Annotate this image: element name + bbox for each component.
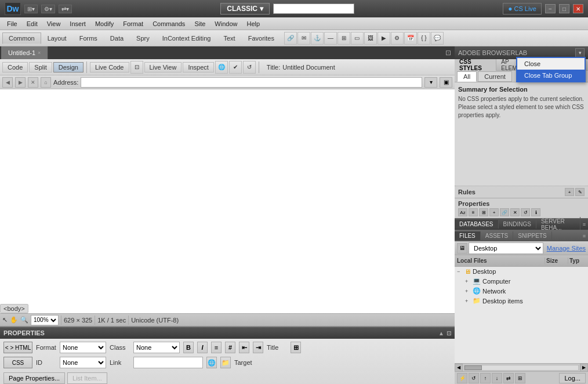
files-panel-options-btn[interactable]: ≡	[580, 232, 588, 240]
sync-icon[interactable]: ⇄	[503, 373, 514, 383]
extend-btn[interactable]: ⇄▾	[59, 5, 72, 13]
code-view-btn[interactable]: Code	[2, 62, 28, 73]
expand-desktop-btn[interactable]: −	[457, 269, 463, 274]
outdent-btn[interactable]: ⇥	[253, 342, 263, 353]
link-input[interactable]	[133, 357, 203, 368]
indent-btn[interactable]: ⇤	[239, 342, 249, 353]
minimize-btn[interactable]: −	[545, 4, 556, 13]
menu-insert[interactable]: Insert	[65, 19, 90, 28]
databases-tab[interactable]: DATABASES	[455, 220, 499, 229]
html-btn[interactable]: < > HTML	[3, 342, 32, 353]
table-icon[interactable]: ⊞	[337, 32, 350, 45]
tab-layout[interactable]: Layout	[41, 32, 73, 44]
tab-spry[interactable]: Spry	[130, 32, 156, 44]
menu-site[interactable]: Site	[190, 19, 210, 28]
unordered-list-btn[interactable]: ≡	[211, 342, 222, 353]
prop-undo-icon[interactable]: ↺	[521, 208, 530, 216]
format-select[interactable]: None	[60, 342, 106, 353]
tab-text[interactable]: Text	[217, 32, 241, 44]
live-code-btn[interactable]: Live Code	[90, 62, 129, 73]
prop-delete-icon[interactable]: ✕	[510, 208, 520, 216]
list-item[interactable]: + 🌐 Network	[455, 286, 588, 296]
prop-add-icon[interactable]: +	[489, 208, 499, 216]
expand-panel-icon[interactable]: ⊞	[515, 373, 525, 383]
log-btn[interactable]: Log...	[559, 373, 586, 383]
prop-info-icon[interactable]: ℹ	[531, 208, 540, 216]
zoom-select[interactable]: 100%	[31, 315, 59, 325]
insert-div-icon[interactable]: ▭	[351, 32, 364, 45]
browser-preview-icon[interactable]: 🌐	[215, 61, 228, 74]
expand-desktop-items-btn[interactable]: +	[465, 298, 471, 304]
workspace-switcher-btn[interactable]: ⊞▾	[24, 5, 38, 13]
nav-stop-btn[interactable]: ✕	[28, 77, 38, 88]
list-item-btn[interactable]: List Item...	[67, 372, 107, 384]
doc-tab-close-icon[interactable]: ×	[38, 50, 41, 56]
hyperlink-icon[interactable]: 🔗	[284, 32, 297, 45]
tab-common[interactable]: Common	[2, 32, 41, 44]
prop-sort-icon[interactable]: Az	[458, 208, 467, 216]
manage-sites-link[interactable]: Manage Sites	[547, 245, 586, 252]
panel-collapse-btn[interactable]: ▾	[575, 48, 585, 57]
menu-window[interactable]: Window	[210, 19, 242, 28]
context-menu-close[interactable]: Close	[517, 58, 585, 70]
media-icon[interactable]: ▶	[378, 32, 390, 45]
id-select[interactable]: None	[60, 357, 106, 368]
site-select[interactable]: Desktop	[469, 242, 543, 254]
prop-category-icon[interactable]: ≡	[469, 208, 478, 216]
menu-file[interactable]: File	[2, 19, 22, 28]
preferences-btn[interactable]: ⚙▾	[41, 5, 55, 13]
menu-view[interactable]: View	[42, 19, 66, 28]
menu-modify[interactable]: Modify	[90, 19, 118, 28]
live-view-btn[interactable]: Live View	[144, 62, 182, 73]
download-icon[interactable]: ↓	[492, 373, 502, 383]
db-panel-options-btn[interactable]: ≡	[580, 220, 588, 229]
all-btn[interactable]: All	[457, 71, 477, 82]
document-tab[interactable]: Untitled-1 ×	[1, 46, 48, 59]
nav-forward-btn[interactable]: ▶	[15, 77, 26, 88]
address-input[interactable]	[81, 77, 422, 88]
close-btn[interactable]: ✕	[573, 4, 583, 13]
restore-btn[interactable]: □	[559, 4, 569, 13]
bold-btn[interactable]: B	[183, 342, 194, 353]
split-view-btn[interactable]: Split	[29, 62, 52, 73]
expand-computer-btn[interactable]: +	[465, 278, 471, 284]
doc-maximize-btn[interactable]: ⊡	[445, 49, 453, 57]
scroll-right-btn[interactable]: ▶	[580, 364, 588, 372]
assets-tab[interactable]: ASSETS	[481, 231, 513, 240]
comment-icon[interactable]: 💬	[431, 32, 444, 45]
horizontal-rule-icon[interactable]: —	[324, 32, 337, 45]
tab-forms[interactable]: Forms	[73, 32, 104, 44]
scroll-left-btn[interactable]: ◀	[455, 364, 463, 372]
rules-new-icon[interactable]: +	[565, 188, 574, 196]
tab-data[interactable]: Data	[104, 32, 130, 44]
link-folder-btn[interactable]: 📁	[220, 357, 231, 368]
list-item[interactable]: + 📁 Desktop items	[455, 296, 588, 306]
address-dropdown-btn[interactable]: ▾	[424, 77, 437, 88]
tab-incontext[interactable]: InContext Editing	[156, 32, 217, 44]
nav-home-btn[interactable]: ⌂	[41, 77, 51, 88]
rules-edit-icon[interactable]: ✎	[575, 188, 585, 196]
scroll-thumb[interactable]	[464, 365, 482, 370]
server-include-icon[interactable]: { }	[418, 32, 430, 45]
search-input[interactable]	[273, 3, 354, 14]
date-icon[interactable]: 📅	[404, 32, 417, 45]
expand-props-btn[interactable]: ⊞	[291, 342, 301, 353]
validation-icon[interactable]: ✔	[229, 61, 242, 74]
live-code-icon[interactable]: ⊡	[130, 61, 143, 74]
list-item[interactable]: − 🖥 Desktop	[455, 267, 588, 276]
css-btn[interactable]: CSS	[3, 357, 32, 368]
current-btn[interactable]: Current	[478, 71, 512, 82]
menu-commands[interactable]: Commands	[148, 19, 190, 28]
bindings-tab[interactable]: BINDINGS	[499, 220, 536, 229]
widget-icon[interactable]: ⚙	[391, 32, 404, 45]
properties-expand-btn[interactable]: ⊡	[447, 330, 451, 336]
menu-edit[interactable]: Edit	[22, 19, 42, 28]
email-link-icon[interactable]: ✉	[297, 32, 310, 45]
address-go-btn[interactable]: ▣	[440, 77, 452, 88]
expand-network-btn[interactable]: +	[465, 288, 471, 294]
snippets-tab[interactable]: SNIPPETS	[513, 231, 551, 240]
ordered-list-btn[interactable]: #	[225, 342, 235, 353]
prop-link-icon[interactable]: 🔗	[500, 208, 509, 216]
connect-icon[interactable]: ⚡	[457, 373, 467, 383]
design-view-btn[interactable]: Design	[53, 62, 84, 73]
